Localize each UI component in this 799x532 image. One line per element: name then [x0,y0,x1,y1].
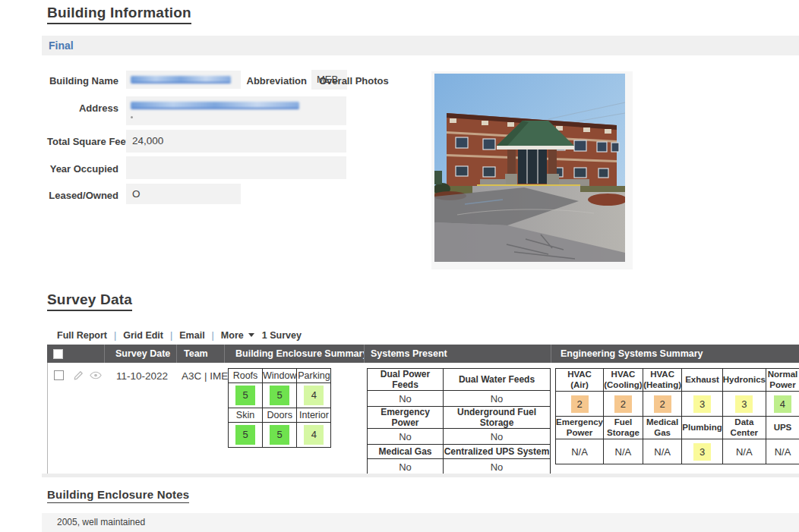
enclosure-header: Window [263,369,297,383]
grid-bottom-strip [42,474,799,477]
system-value: No [368,391,444,407]
score-badge: 3 [693,443,711,461]
survey-grid: Full Report Grid Edit Email More 1 Surve… [47,326,799,475]
year-occupied-field[interactable] [126,156,346,179]
engineering-header: Plumbing [682,417,722,439]
score-badge: 3 [693,395,711,413]
col-team: Team [176,345,224,363]
score-badge: N/A [654,443,671,461]
building-name-field[interactable] [126,71,241,89]
more-menu-button[interactable]: More [205,330,254,341]
score-badge: 2 [654,395,671,413]
status-badge: Final [49,39,74,52]
systems-present-cell: Dual Power Feeds Dual Water Feeds No No … [365,363,551,475]
engineering-header: Fuel Storage [604,417,643,439]
enclosure-header: Doors [263,408,297,423]
select-all-checkbox[interactable] [53,349,63,359]
system-label: Emergency Power [368,407,444,429]
system-value: No [368,459,444,475]
leased-owned-value: O [126,184,241,200]
redacted-address [131,102,299,109]
total-square-feet-value: 24,000 [126,130,346,146]
score-badge: 4 [304,386,324,405]
chevron-down-icon [248,333,254,337]
score-badge: 5 [270,386,289,405]
leased-owned-field[interactable]: O [126,184,241,204]
leased-owned-label: Leased/Owned [47,190,118,201]
overall-photo-container [431,71,633,269]
enclosure-summary-table: Roofs Window Parking 5 5 4 Skin Doors In… [228,368,331,448]
survey-count: 1 Survey [262,330,302,341]
score-badge: 5 [235,386,255,405]
system-value: No [444,459,551,475]
system-value: No [368,429,444,445]
enclosure-header: Skin [229,408,263,423]
score-badge: 3 [735,395,753,413]
score-badge: 2 [614,395,632,413]
engineering-header: HVAC (Heating) [643,369,681,392]
col-building-enclosure-summary: Building Enclosure Summary [224,345,364,363]
year-occupied-value [126,156,346,162]
system-value: No [444,429,551,445]
systems-present-table: Dual Power Feeds Dual Water Feeds No No … [367,368,551,475]
overall-photos-label: Overall Photos [319,75,422,87]
building-name-label: Building Name [47,75,118,87]
address-label: Address [47,102,118,114]
score-badge: 5 [270,425,289,445]
address-field[interactable] [126,96,346,125]
row-actions-cell [48,363,105,475]
score-badge: 5 [235,425,255,445]
team-cell: A3C | IMEG [177,363,225,475]
score-badge: 2 [571,395,589,413]
team-value: A3C | IMEG [177,363,225,382]
building-photo[interactable] [434,74,625,262]
select-all-cell [47,345,104,363]
enclosure-header: Roofs [229,369,263,383]
engineering-header: Data Center [722,417,766,439]
survey-date-value: 11-10-2022 [105,363,177,382]
engineering-header: UPS [766,417,799,439]
survey-data-heading[interactable]: Survey Data [47,291,132,311]
more-menu-label: More [221,330,244,341]
building-information-heading[interactable]: Building Information [47,5,191,24]
engineering-header: HVAC (Air) [556,369,604,392]
total-square-feet-label: Total Square Feet [47,136,118,147]
score-badge: N/A [774,443,791,461]
score-badge: 4 [304,425,324,445]
email-button[interactable]: Email [163,330,205,341]
system-label: Centralized UPS System [444,445,551,459]
score-badge: N/A [571,443,589,461]
building-enclosure-summary-cell: Roofs Window Parking 5 5 4 Skin Doors In… [225,363,365,475]
system-label: Dual Water Feeds [444,369,551,391]
enclosure-header: Parking [297,369,331,383]
col-engineering-systems-summary: Engineering Systems Summary [551,345,799,363]
engineering-summary-table: HVAC (Air) HVAC (Cooling) HVAC (Heating)… [555,368,799,464]
row-checkbox[interactable] [54,370,64,380]
grid-edit-button[interactable]: Grid Edit [107,330,163,341]
score-badge: 4 [774,395,791,413]
system-label: Underground Fuel Storage [444,407,551,429]
system-label: Medical Gas [368,445,444,459]
redacted-address-line2 [131,116,133,118]
engineering-header: HVAC (Cooling) [604,369,643,392]
full-report-button[interactable]: Full Report [57,330,107,341]
engineering-systems-summary-cell: HVAC (Air) HVAC (Cooling) HVAC (Heating)… [551,363,799,475]
engineering-header: Normal Power [766,369,799,392]
building-enclosure-notes-bar: 2005, well maintained [42,513,799,532]
survey-toolbar: Full Report Grid Edit Email More 1 Surve… [47,326,799,345]
building-enclosure-notes-heading[interactable]: Building Enclosure Notes [47,488,189,503]
engineering-header: Emergency Power [556,417,604,439]
engineering-header: Hydronics [722,369,766,392]
view-eye-icon[interactable] [90,371,102,379]
survey-date-cell: 11-10-2022 [105,363,177,475]
survey-table-header: Survey Date Team Building Enclosure Summ… [47,345,799,363]
score-badge: N/A [735,443,753,461]
survey-table-row: 11-10-2022 A3C | IMEG Roofs Window Parki… [47,363,799,475]
abbreviation-label: Abbreviation [228,75,307,87]
year-occupied-label: Year Occupied [47,163,118,175]
total-square-feet-field[interactable]: 24,000 [126,130,346,153]
edit-pencil-icon[interactable] [73,370,84,381]
engineering-header: Medical Gas [643,417,681,439]
score-badge: N/A [614,443,632,461]
redacted-building-name [131,76,231,83]
